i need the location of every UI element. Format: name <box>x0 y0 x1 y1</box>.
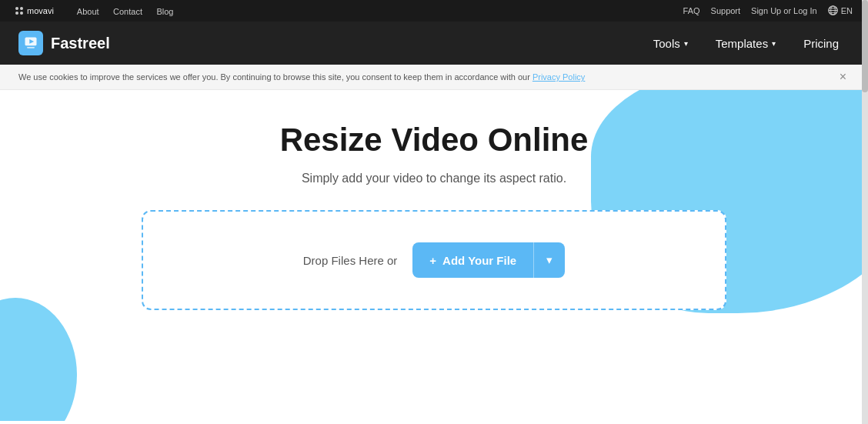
blob-bottom-left <box>0 298 77 421</box>
pricing-label: Pricing <box>803 37 839 50</box>
top-bar-right: FAQ Support Sign Up or Log In EN <box>683 5 853 17</box>
scrollbar-thumb[interactable] <box>862 0 868 92</box>
cookie-bar: We use cookies to improve the services w… <box>0 65 868 90</box>
add-file-button[interactable]: + Add Your File <box>412 242 533 278</box>
movavi-logo-icon <box>15 7 23 15</box>
hero-section: Resize Video Online Simply add your vide… <box>0 90 868 421</box>
globe-icon <box>828 5 838 17</box>
movavi-name: movavi <box>27 6 54 15</box>
main-nav: Fastreel Tools ▾ Templates ▾ Pricing <box>0 22 868 65</box>
signup-login-link[interactable]: Sign Up or Log In <box>751 6 817 15</box>
fastreel-logo-icon <box>18 31 43 55</box>
blog-link[interactable]: Blog <box>156 7 173 16</box>
add-file-btn-group: + Add Your File ▾ <box>412 242 565 278</box>
top-bar-left: movavi About Contact Blog <box>15 4 173 18</box>
movavi-logo[interactable]: movavi <box>15 6 54 15</box>
top-bar-nav: About Contact Blog <box>66 4 174 18</box>
brand[interactable]: Fastreel <box>18 31 110 55</box>
top-bar: movavi About Contact Blog FAQ Support Si… <box>0 0 868 22</box>
support-link[interactable]: Support <box>711 6 741 15</box>
templates-nav-item[interactable]: Templates ▾ <box>705 31 786 56</box>
templates-chevron-icon: ▾ <box>772 39 776 48</box>
tools-label: Tools <box>653 37 680 50</box>
plus-icon: + <box>429 254 436 267</box>
scrollbar[interactable] <box>862 0 868 421</box>
svg-rect-7 <box>27 47 35 48</box>
drop-label: Drop Files Here or <box>303 254 398 267</box>
add-file-label: Add Your File <box>442 254 516 267</box>
main-nav-right: Tools ▾ Templates ▾ Pricing <box>643 31 850 56</box>
cookie-text: We use cookies to improve the services w… <box>18 72 585 82</box>
about-link[interactable]: About <box>77 7 99 16</box>
brand-name: Fastreel <box>51 35 110 52</box>
dropdown-chevron-icon: ▾ <box>546 253 553 267</box>
hero-content: Resize Video Online Simply add your vide… <box>142 121 726 210</box>
cookie-close-button[interactable]: × <box>836 71 850 83</box>
drop-zone[interactable]: Drop Files Here or + Add Your File ▾ <box>142 210 726 310</box>
hero-title: Resize Video Online <box>157 121 711 159</box>
add-file-dropdown-button[interactable]: ▾ <box>533 242 565 278</box>
tools-nav-item[interactable]: Tools ▾ <box>643 31 699 56</box>
hero-subtitle: Simply add your video to change its aspe… <box>157 172 711 185</box>
pricing-nav-item[interactable]: Pricing <box>793 31 850 56</box>
faq-link[interactable]: FAQ <box>683 6 700 15</box>
tools-chevron-icon: ▾ <box>684 39 688 48</box>
templates-label: Templates <box>716 37 768 50</box>
contact-link[interactable]: Contact <box>113 7 142 16</box>
privacy-policy-link[interactable]: Privacy Policy <box>532 72 585 82</box>
lang-label: EN <box>841 6 853 15</box>
language-selector[interactable]: EN <box>828 5 853 17</box>
